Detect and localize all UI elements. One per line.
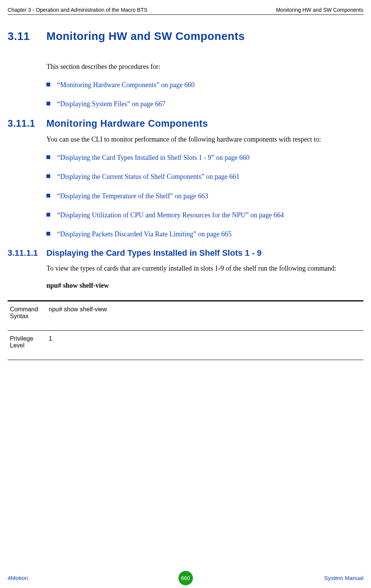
header-right: Monitoring HW and SW Components [276,7,363,13]
subsub-intro: To view the types of cards that are curr… [46,263,363,273]
bullet-icon [46,155,50,159]
bullet-icon [46,174,50,178]
list-item: “Monitoring Hardware Components” on page… [46,80,363,90]
subsubsection-number: 3.11.1.1 [8,248,46,258]
subsubsection-title: Displaying the Card Types Installed in S… [46,248,262,258]
link-text[interactable]: “Displaying Utilization of CPU and Memor… [57,210,284,220]
link-text[interactable]: “Displaying the Temperature of the Shelf… [57,191,208,201]
header-left: Chapter 3 - Operation and Administration… [8,7,147,13]
link-text[interactable]: “Displaying Packets Discarded Via Rate L… [57,229,231,239]
section-intro: This section describes the procedures fo… [46,62,363,72]
table-row: Command Syntax npu# show shelf-view [8,300,363,330]
subsection-heading: 3.11.1 Monitoring Hardware Components [8,118,363,129]
list-item: “Displaying Utilization of CPU and Memor… [46,210,363,220]
bullet-icon [46,232,50,236]
link-text[interactable]: “Displaying the Current Status of Shelf … [57,172,239,182]
command-info-table: Command Syntax npu# show shelf-view Priv… [8,300,363,360]
list-item: “Displaying System Files” on page 667 [46,99,363,109]
page-number-badge: 660 [178,571,193,585]
link-text[interactable]: “Monitoring Hardware Components” on page… [57,80,194,90]
row-label: Privilege Level [8,335,46,349]
subsection-number: 3.11.1 [8,118,46,129]
row-value: npu# show shelf-view [46,306,107,313]
bullet-icon [46,213,50,217]
list-item: “Displaying the Temperature of the Shelf… [46,191,363,201]
page-header: Chapter 3 - Operation and Administration… [0,0,371,14]
command-text: npu# show shelf-view [46,282,363,290]
subsection-bullet-list: “Displaying the Card Types Installed in … [46,153,363,239]
section-bullet-list: “Monitoring Hardware Components” on page… [46,80,363,109]
subsection-title: Monitoring Hardware Components [46,118,208,129]
row-value: 1 [46,335,52,342]
page-content: 3.11 Monitoring HW and SW Components Thi… [0,15,371,360]
bullet-icon [46,194,50,198]
list-item: “Displaying Packets Discarded Via Rate L… [46,229,363,239]
section-number: 3.11 [8,30,46,43]
link-text[interactable]: “Displaying System Files” on page 667 [57,99,165,109]
bullet-icon [46,83,50,86]
link-text[interactable]: “Displaying the Card Types Installed in … [57,153,250,163]
footer-left: 4Motion [8,575,28,581]
table-row: Privilege Level 1 [8,330,363,360]
subsection-intro: You can use the CLI to monitor performan… [46,134,363,144]
subsubsection-heading: 3.11.1.1 Displaying the Card Types Insta… [8,248,363,258]
list-item: “Displaying the Current Status of Shelf … [46,172,363,182]
list-item: “Displaying the Card Types Installed in … [46,153,363,163]
page-footer: 4Motion 660 System Manual [8,575,363,581]
bullet-icon [46,102,50,105]
section-title: Monitoring HW and SW Components [46,30,245,43]
footer-right: System Manual [324,575,363,581]
row-label: Command Syntax [8,306,46,320]
section-heading: 3.11 Monitoring HW and SW Components [8,30,363,43]
